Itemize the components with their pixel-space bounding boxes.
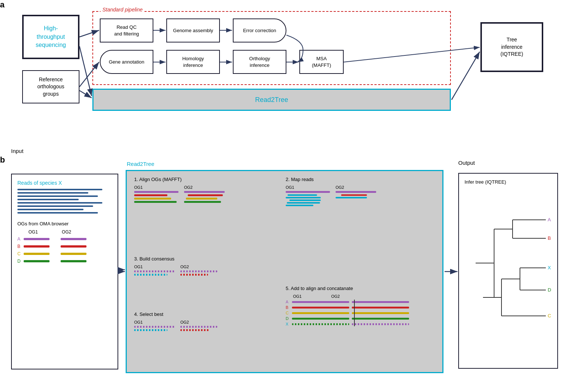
step3-og-cols: OG1 OG2	[134, 265, 271, 277]
read-line-5	[17, 202, 102, 204]
og-bar-d2	[61, 260, 86, 262]
step5-row-x: X	[286, 322, 419, 326]
step1-og2-bar3	[186, 198, 217, 200]
step-error-box: Error correction	[233, 18, 286, 42]
step3-og2-dot2	[180, 274, 208, 276]
step2-map4	[287, 202, 320, 204]
phylo-tree: A B X D	[465, 190, 553, 345]
step5-divider	[354, 300, 355, 326]
step4-og-cols: OG1 OG2	[134, 320, 271, 331]
step-orthology-box: Orthologyinference	[233, 50, 286, 74]
step5-bar-b1	[292, 307, 349, 309]
step-genome-box: Genome assembly	[166, 18, 220, 42]
step1-og1-bar4	[134, 201, 177, 203]
r2t-box: Read2Tree	[92, 89, 451, 111]
step3-og2-label: OG2	[180, 265, 217, 269]
step4-og1-label: OG1	[134, 320, 175, 324]
og-label-b: B	[17, 244, 22, 249]
step1-og1-label: OG1	[134, 185, 178, 190]
step5-bar-b2	[352, 307, 409, 309]
step-gene-box: Gene annotation	[100, 50, 153, 74]
step3-og1-dot2	[134, 274, 167, 276]
step4-og1-dot2	[134, 329, 167, 331]
step5-og2-label: OG2	[331, 294, 340, 299]
step5-table: A B C	[286, 300, 419, 326]
step1-og1-bar2	[134, 194, 167, 196]
step-genome-text: Genome assembly	[173, 27, 213, 34]
step5-row-d: D	[286, 316, 419, 321]
hts-text: High-throughputsequencing	[36, 24, 66, 49]
read-line-8	[17, 212, 98, 214]
step2-og2-map2	[336, 197, 367, 198]
r2t-main-box: Read2Tree 1. Align OGs (MAFFT) OG1	[126, 170, 443, 373]
step5-bar-x2	[352, 323, 409, 325]
read-line-2	[17, 192, 88, 194]
step2-map1	[288, 194, 317, 196]
step-qc-box: Read QCand filtering	[100, 18, 153, 42]
input-label: Input	[11, 148, 23, 154]
step1-section: 1. Align OGs (MAFFT) OG1 OG2	[134, 177, 271, 203]
step1-og1-bar1	[134, 191, 178, 193]
step2-og1-label: OG1	[286, 185, 330, 190]
og-bar-d1	[24, 260, 50, 262]
step4-og2-label: OG2	[180, 320, 217, 324]
step-msa-box: MSA(MAFFT)	[299, 50, 344, 74]
svg-line-12	[452, 52, 480, 100]
step2-og1-bar1	[286, 191, 330, 193]
step3-og1: OG1	[134, 265, 175, 277]
step2-map2	[286, 197, 321, 198]
hts-box: High-throughputsequencing	[22, 15, 79, 59]
step2-section: 2. Map reads OG1	[286, 177, 433, 206]
og-bar-a1	[24, 238, 50, 240]
panel-a: High-throughputsequencing Referenceortho…	[11, 7, 558, 118]
step1-og2-bar1	[184, 191, 225, 193]
og-label-a: A	[17, 236, 22, 242]
step5-og-headers: OG1 OG2	[286, 294, 433, 299]
ref-box: Referenceorthologousgroups	[22, 70, 79, 103]
read-lines	[17, 189, 112, 214]
step4-header: 4. Select best	[134, 311, 271, 317]
step5-og1-label: OG1	[293, 294, 302, 299]
step-gene-text: Gene annotation	[109, 59, 144, 65]
read-line-6	[17, 205, 93, 207]
step5-row-c: C	[286, 311, 419, 315]
step-homology-text: Homologyinference	[182, 55, 204, 68]
og-bar-c1	[24, 253, 50, 255]
panel-a-label: a	[0, 0, 4, 10]
og-row-b: B	[17, 244, 112, 249]
read-line-4	[17, 199, 79, 200]
input-section: Reads of species X OGs from OMA browser …	[11, 174, 118, 369]
og-label-d: D	[17, 259, 22, 264]
step4-og2-dot1	[180, 326, 217, 328]
svg-line-3	[79, 46, 92, 96]
step2-header: 2. Map reads	[286, 177, 433, 182]
step1-og2: OG2	[184, 185, 225, 203]
step3-og2-dot1	[180, 270, 217, 272]
step5-bar-a2	[352, 301, 409, 303]
step5-row-b: B	[286, 305, 419, 310]
step5-bar-c1	[292, 312, 349, 314]
step4-og2: OG2	[180, 320, 217, 331]
step1-og2-bar2	[188, 194, 223, 196]
read-line-1	[17, 189, 102, 190]
og-bar-a2	[61, 238, 86, 240]
output-section: Output Infer tree (IQTREE) A B	[458, 170, 558, 373]
tree-label-b: B	[548, 235, 551, 241]
step2-og2-label: OG2	[336, 185, 376, 190]
reads-label: Reads of species X	[17, 180, 112, 186]
step4-og2-dot2	[180, 329, 210, 331]
step-homology-box: Homologyinference	[166, 50, 220, 74]
step5-section: 5. Add to align and concatanate OG1 OG2 …	[286, 286, 433, 327]
step2-map3	[289, 200, 321, 201]
step5-bar-c2	[352, 312, 409, 314]
tree-label-c: C	[548, 313, 551, 318]
step5-bar-d1	[292, 318, 349, 320]
step3-header: 3. Build consensus	[134, 256, 271, 262]
step5-label-b: B	[286, 305, 291, 310]
og-bar-c2	[61, 253, 86, 255]
og-row-a: A	[17, 236, 112, 242]
step3-og2: OG2	[180, 265, 217, 277]
tree-label-x: X	[548, 265, 551, 270]
og-row-d: D	[17, 259, 112, 264]
tree-inference-box: Treeinference(IQTREE)	[480, 22, 543, 72]
